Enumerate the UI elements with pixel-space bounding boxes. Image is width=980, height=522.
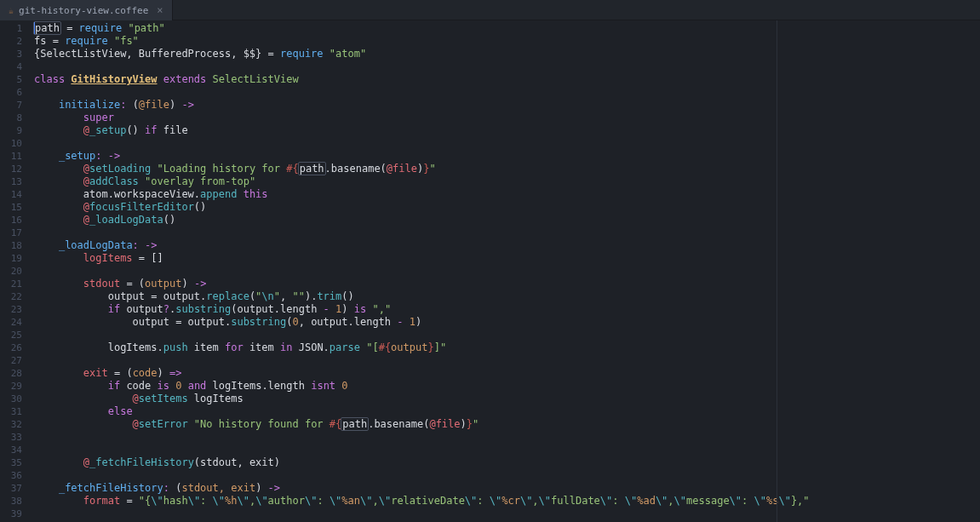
code-content[interactable]: path = require "path" fs = require "fs" … xyxy=(29,20,980,509)
text-cursor xyxy=(34,22,35,34)
wrap-guide xyxy=(777,20,777,522)
tab-git-history-view[interactable]: ☕ git-history-view.coffee × xyxy=(0,0,173,20)
tab-filename: git-history-view.coffee xyxy=(19,5,148,16)
editor: 1 2 3 4 5 6 7 8 9 10 11 12 13 14 15 16 1… xyxy=(0,20,980,522)
code-area[interactable]: path = require "path" fs = require "fs" … xyxy=(29,20,980,522)
coffee-file-icon: ☕ xyxy=(9,6,14,15)
tab-bar: ☕ git-history-view.coffee × xyxy=(0,0,980,20)
line-number-gutter: 1 2 3 4 5 6 7 8 9 10 11 12 13 14 15 16 1… xyxy=(0,20,29,522)
close-icon[interactable]: × xyxy=(157,4,163,16)
